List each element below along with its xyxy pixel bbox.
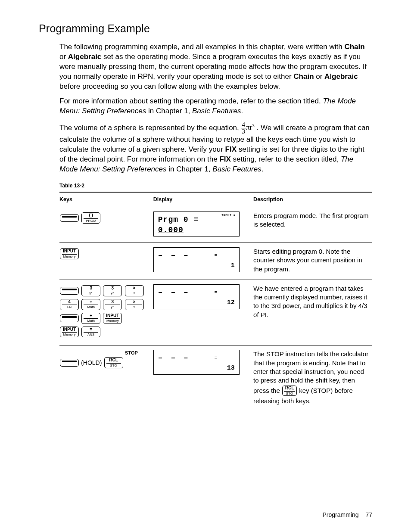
calc-key-icon: 3yˣ <box>103 285 122 296</box>
table-caption: Table 13-2 <box>59 182 372 189</box>
footer-section: Programming <box>323 511 359 518</box>
calc-key-icon: ×√ <box>125 285 144 296</box>
table-row: INPUT Memory = – – – 1 Starts editing pr… <box>59 243 372 280</box>
hold-label: (HOLD) <box>81 359 102 366</box>
paragraph-2: For more information about setting the o… <box>59 96 372 116</box>
rcl-key-icon: RCL STO <box>104 357 123 368</box>
prgm-key-icon: ( ) PRGM <box>81 212 100 224</box>
stop-label: STOP <box>59 350 151 356</box>
calc-key-icon: ÷Math <box>81 313 100 324</box>
lcd-display: INPUT = Prgm 0 = 0.000 <box>153 212 240 236</box>
page-number: 77 <box>365 511 372 518</box>
calc-key-icon: ×√ <box>125 299 144 310</box>
paragraph-3: The volume of a sphere is represented by… <box>59 121 372 174</box>
lcd-display: = – – – 13 <box>153 350 240 375</box>
rcl-key-inline-icon: RCL STO <box>282 386 297 396</box>
calc-key-icon: =ANS <box>81 327 100 338</box>
calc-key-icon: 3yˣ <box>81 285 100 296</box>
page-footer: Programming 77 <box>323 511 373 519</box>
lcd-display: = – – – 1 <box>153 247 240 272</box>
calc-key-icon: 3yˣ <box>103 299 122 310</box>
section-heading: Programming Example <box>39 22 372 36</box>
col-keys: Keys <box>59 192 153 207</box>
table-row: STOP (HOLD) RCL STO = – – – 13 <box>59 345 372 412</box>
paragraph-1: The following programming example, and a… <box>59 42 372 92</box>
description-cell: We have entered a program that takes the… <box>253 280 372 345</box>
shift-key-icon <box>60 214 79 222</box>
key-sequence: 3yˣ 3yˣ ×√ 4LN ÷Math 3yˣ ×√ <box>59 284 151 339</box>
calc-key-icon: INPUTMemory <box>103 313 122 324</box>
instruction-table: Keys Display Description ( ) PRGM <box>59 192 372 412</box>
lcd-display: = – – – 12 <box>153 284 240 309</box>
equation: 43πr3 <box>241 121 254 135</box>
calc-key-icon: ÷Math <box>81 299 100 310</box>
col-description: Description <box>253 192 372 207</box>
calc-key-icon: 4LN <box>60 299 79 310</box>
shift-key-icon <box>60 314 79 322</box>
shift-key-icon <box>60 287 79 295</box>
table-row: ( ) PRGM INPUT = Prgm 0 = 0.000 Enters p… <box>59 207 372 243</box>
calc-key-icon: INPUTMemory <box>60 327 79 338</box>
input-key-icon: INPUT Memory <box>60 248 79 259</box>
description-cell: Starts editing program 0. Note the count… <box>253 243 372 280</box>
shift-key-icon <box>60 359 79 367</box>
table-row: 3yˣ 3yˣ ×√ 4LN ÷Math 3yˣ ×√ <box>59 280 372 345</box>
description-cell: Enters program mode. The first program i… <box>253 207 372 243</box>
col-display: Display <box>153 192 253 207</box>
description-cell: The STOP instruction tells the calculato… <box>253 345 372 412</box>
